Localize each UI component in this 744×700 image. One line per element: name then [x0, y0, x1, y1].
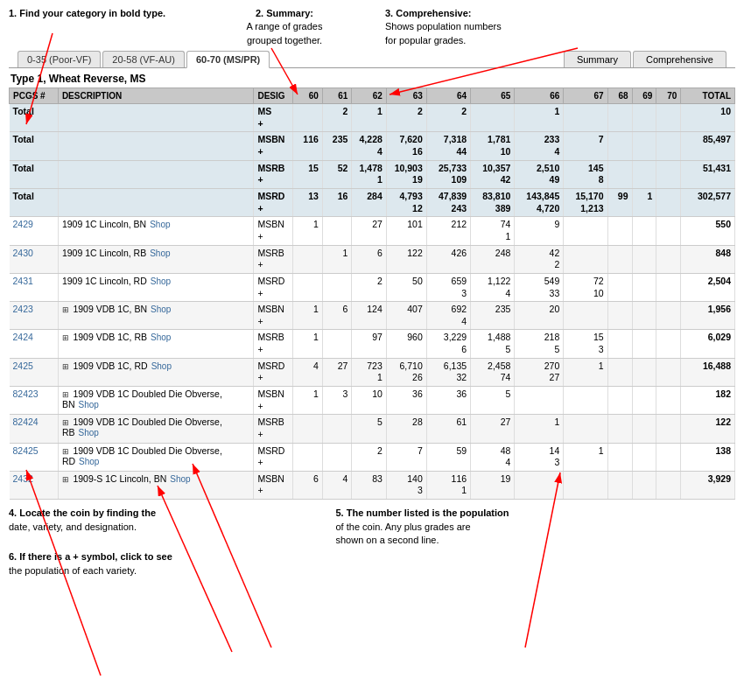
- bottom-notes: 4. Locate the coin by finding thedate, v…: [0, 500, 744, 581]
- col-65: 65: [471, 88, 515, 104]
- col-desig: DESIG: [254, 88, 293, 104]
- total-label: Total: [10, 104, 59, 132]
- coin-description: 1909 1C Lincoln, RDShop: [58, 273, 254, 301]
- expand-icon[interactable]: ⊞: [62, 362, 72, 371]
- coin-description: [58, 132, 254, 160]
- annotation-3: 3. Comprehensive: Shows population numbe…: [385, 7, 586, 47]
- note-6: 6. If there is a + symbol, click to seet…: [9, 550, 735, 578]
- pcgs-number[interactable]: 2423: [10, 302, 59, 330]
- data-table-wrapper: PCGS # DESCRIPTION DESIG 60 61 62 63 64 …: [0, 88, 744, 500]
- tab-summary[interactable]: Summary: [564, 51, 631, 67]
- table-row: 24291909 1C Lincoln, BNShopMSBN+12710121…: [10, 217, 735, 245]
- note-4: 4. Locate the coin by finding thedate, v…: [9, 507, 336, 547]
- expand-icon[interactable]: ⊞: [62, 333, 72, 342]
- section-title: Type 1, Wheat Reverse, MS: [0, 68, 744, 88]
- table-row: TotalMSBN+1162354,22847,620167,318441,78…: [10, 132, 735, 160]
- expand-icon[interactable]: ⊞: [62, 447, 72, 456]
- table-row: 2425⊞ 1909 VDB 1C, RDShopMSRD+42772316,7…: [10, 358, 735, 386]
- pcgs-number[interactable]: 2424: [10, 330, 59, 358]
- shop-link[interactable]: Shop: [151, 304, 171, 314]
- coin-description: [58, 160, 254, 188]
- col-70: 70: [656, 88, 681, 104]
- population-table: PCGS # DESCRIPTION DESIG 60 61 62 63 64 …: [9, 88, 735, 500]
- shop-link[interactable]: Shop: [78, 428, 98, 438]
- col-67: 67: [564, 88, 607, 104]
- table-row: 24301909 1C Lincoln, RBShopMSRB+16122426…: [10, 245, 735, 273]
- coin-description: ⊞ 1909 VDB 1C Doubled Die Obverse, RDSho…: [58, 443, 254, 471]
- pcgs-number[interactable]: 2425: [10, 358, 59, 386]
- col-63: 63: [386, 88, 426, 104]
- total-label: Total: [10, 160, 59, 188]
- table-row: 24311909 1C Lincoln, RDShopMSRD+25065931…: [10, 273, 735, 301]
- pcgs-number[interactable]: 82424: [10, 415, 59, 443]
- coin-description: ⊞ 1909 VDB 1C, BNShop: [58, 302, 254, 330]
- total-label: Total: [10, 132, 59, 160]
- note-5: 5. The number listed is the populationof…: [336, 507, 736, 547]
- table-row: TotalMS+2122110: [10, 104, 735, 132]
- pcgs-number[interactable]: 2429: [10, 217, 59, 245]
- col-desc: DESCRIPTION: [58, 88, 254, 104]
- expand-icon[interactable]: ⊞: [62, 305, 72, 314]
- table-row: 82425⊞ 1909 VDB 1C Doubled Die Obverse, …: [10, 443, 735, 471]
- pcgs-number[interactable]: 2431: [10, 273, 59, 301]
- pcgs-number[interactable]: 82423: [10, 386, 59, 414]
- total-label: Total: [10, 189, 59, 217]
- annotation-1: 1. Find your category in bold type.: [9, 7, 184, 47]
- coin-description: ⊞ 1909 VDB 1C Doubled Die Obverse, BNSho…: [58, 386, 254, 414]
- col-69: 69: [632, 88, 656, 104]
- pcgs-number[interactable]: 2430: [10, 245, 59, 273]
- col-68: 68: [607, 88, 632, 104]
- coin-description: 1909 1C Lincoln, BNShop: [58, 217, 254, 245]
- coin-description: ⊞ 1909 VDB 1C, RBShop: [58, 330, 254, 358]
- coin-description: 1909 1C Lincoln, RBShop: [58, 245, 254, 273]
- pcgs-number[interactable]: 2432: [10, 471, 59, 499]
- expand-icon[interactable]: ⊞: [62, 475, 72, 484]
- col-64: 64: [426, 88, 470, 104]
- shop-link[interactable]: Shop: [170, 474, 190, 484]
- col-total: TOTAL: [681, 88, 735, 104]
- tabs-container: 0-35 (Poor-VF) 20-58 (VF-AU) 60-70 (MS/P…: [9, 47, 735, 68]
- col-61: 61: [322, 88, 352, 104]
- shop-link[interactable]: Shop: [151, 276, 171, 286]
- tab-20-58[interactable]: 20-58 (VF-AU): [102, 51, 185, 67]
- table-row: 2423⊞ 1909 VDB 1C, BNShopMSBN+1612440769…: [10, 302, 735, 330]
- tab-comprehensive[interactable]: Comprehensive: [633, 51, 726, 67]
- shop-link[interactable]: Shop: [151, 332, 171, 342]
- table-row: 2424⊞ 1909 VDB 1C, RBShopMSRB+1979603,22…: [10, 330, 735, 358]
- shop-link[interactable]: Shop: [78, 400, 98, 410]
- coin-description: ⊞ 1909 VDB 1C, RDShop: [58, 358, 254, 386]
- expand-icon[interactable]: ⊞: [62, 390, 72, 399]
- coin-description: ⊞ 1909 VDB 1C Doubled Die Obverse, RBSho…: [58, 415, 254, 443]
- table-row: TotalMSRD+13162844,7931247,83924383,8103…: [10, 189, 735, 217]
- coin-description: [58, 189, 254, 217]
- shop-link[interactable]: Shop: [150, 248, 170, 258]
- pcgs-number[interactable]: 82425: [10, 443, 59, 471]
- col-pcgs: PCGS #: [10, 88, 59, 104]
- col-60: 60: [293, 88, 323, 104]
- table-row: TotalMSRB+15521,478110,9031925,73310910,…: [10, 160, 735, 188]
- tab-60-70[interactable]: 60-70 (MS/PR): [186, 51, 270, 68]
- table-row: 82423⊞ 1909 VDB 1C Doubled Die Obverse, …: [10, 386, 735, 414]
- coin-description: ⊞ 1909-S 1C Lincoln, BNShop: [58, 471, 254, 499]
- col-66: 66: [515, 88, 564, 104]
- shop-link[interactable]: Shop: [150, 220, 170, 229]
- expand-icon[interactable]: ⊞: [62, 418, 72, 427]
- col-62: 62: [352, 88, 386, 104]
- annotation-2: 2. Summary: A range of grades grouped to…: [184, 7, 385, 47]
- coin-description: [58, 104, 254, 132]
- tab-0-35[interactable]: 0-35 (Poor-VF): [18, 51, 101, 67]
- shop-link[interactable]: Shop: [79, 457, 99, 466]
- table-row: 82424⊞ 1909 VDB 1C Doubled Die Obverse, …: [10, 415, 735, 443]
- shop-link[interactable]: Shop: [151, 361, 172, 371]
- table-row: 2432⊞ 1909-S 1C Lincoln, BNShopMSBN+6483…: [10, 471, 735, 499]
